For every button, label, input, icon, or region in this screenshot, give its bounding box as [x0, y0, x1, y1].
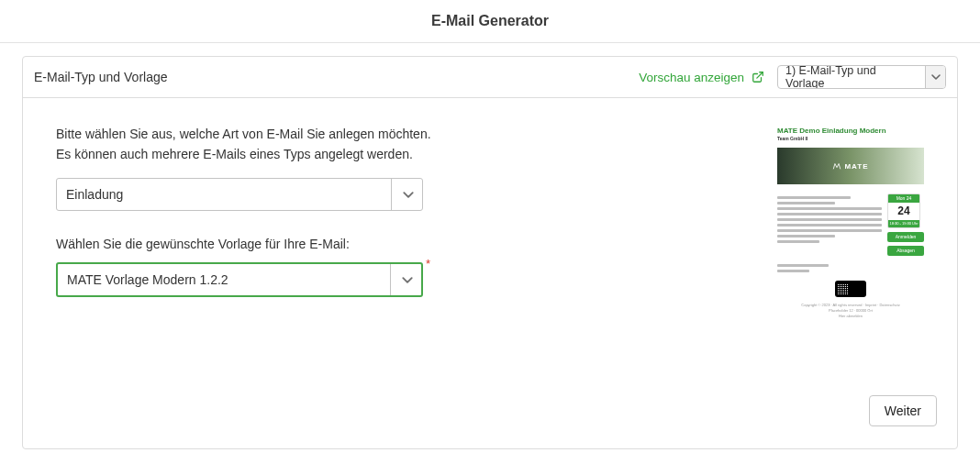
thumb-btn2: Absagen	[887, 246, 924, 256]
preview-link-label: Vorschau anzeigen	[639, 71, 744, 84]
step-select-toggle[interactable]	[925, 66, 945, 88]
thumb-date-widget: Mon 24 24 18:30 - 19:30 Uhr	[887, 193, 920, 227]
thumb-banner: MATE	[777, 148, 924, 184]
intro-text: Bitte wählen Sie aus, welche Art von E-M…	[56, 124, 713, 165]
intro-line-2: Es können auch mehrere E-Mails eines Typ…	[56, 144, 713, 164]
chevron-down-icon	[402, 277, 411, 282]
thumb-footer: Copyright © 2023 · All rights reserved ·…	[777, 303, 924, 320]
step-select[interactable]: 1) E-Mail-Typ und Vorlage	[777, 65, 946, 89]
page-title: E-Mail Generator	[0, 0, 980, 42]
external-link-icon	[752, 71, 764, 83]
thumb-logo-text: MATE	[844, 161, 868, 171]
panel-heading: E-Mail-Typ und Vorlage	[34, 70, 626, 84]
intro-line-1: Bitte wählen Sie aus, welche Art von E-M…	[56, 124, 713, 144]
thumb-title: MATE Demo Einladung Modern	[777, 126, 924, 136]
divider	[0, 42, 980, 43]
card-body: Bitte wählen Sie aus, welche Art von E-M…	[23, 98, 957, 382]
next-button[interactable]: Weiter	[869, 395, 937, 426]
card-header: E-Mail-Typ und Vorlage Vorschau anzeigen…	[23, 57, 957, 98]
email-generator-card: E-Mail-Typ und Vorlage Vorschau anzeigen…	[22, 56, 958, 449]
thumb-body-text	[777, 193, 882, 255]
thumb-subtitle: Team GmbH II	[777, 136, 924, 142]
preview-link[interactable]: Vorschau anzeigen	[639, 71, 764, 84]
template-toggle[interactable]	[390, 264, 421, 295]
chevron-down-icon	[931, 74, 941, 80]
template-value: MATE Vorlage Modern 1.2.2	[58, 264, 390, 295]
template-select[interactable]: MATE Vorlage Modern 1.2.2	[56, 262, 423, 297]
preview-column: MATE Demo Einladung Modern Team GmbH II …	[741, 124, 924, 370]
thumb-qr-badge	[835, 281, 866, 297]
thumb-bottom-text	[777, 261, 841, 275]
template-preview-thumbnail: MATE Demo Einladung Modern Team GmbH II …	[777, 124, 924, 370]
email-type-toggle[interactable]	[391, 179, 422, 210]
svg-line-0	[757, 72, 763, 78]
email-type-select[interactable]: Einladung	[56, 178, 423, 211]
thumb-btn1: Anmelden	[887, 232, 924, 242]
email-type-value: Einladung	[57, 179, 391, 210]
template-label: Wählen Sie die gewünschte Vorlage für Ih…	[56, 237, 713, 251]
thumb-day-number: 24	[888, 203, 919, 220]
required-indicator: *	[426, 257, 430, 271]
thumb-logo: MATE	[832, 161, 868, 171]
form-column: Bitte wählen Sie aus, welche Art von E-M…	[56, 124, 713, 370]
step-select-value: 1) E-Mail-Typ und Vorlage	[778, 66, 925, 88]
card-footer: Weiter	[23, 382, 957, 448]
chevron-down-icon	[403, 192, 412, 197]
